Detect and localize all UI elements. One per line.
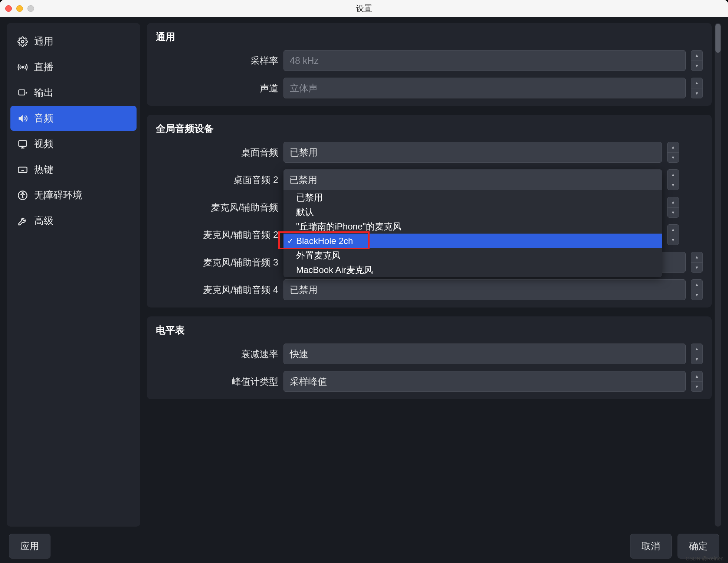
chevron-up-icon: ▲ [691,78,702,88]
chevron-down-icon: ▼ [691,263,702,273]
sidebar-item-label: 热键 [34,163,53,176]
chevron-up-icon: ▲ [691,371,702,382]
chevron-up-icon: ▲ [691,51,702,61]
titlebar: 设置 [0,0,728,17]
label-mic-aux-4: 麦克风/辅助音频 4 [156,284,278,296]
svg-point-6 [22,192,23,194]
monitor-icon [17,139,28,150]
panel-title-meters: 电平表 [156,324,703,337]
select-decay-rate[interactable]: 快速 [283,344,686,364]
label-mic-aux-2: 麦克风/辅助音频 2 [156,229,278,241]
sidebar-item-audio[interactable]: 音频 [10,106,137,131]
panel-devices: 全局音频设备 桌面音频 已禁用 ▲▼ 桌面音频 2 [147,115,712,307]
check-icon: ✓ [287,237,294,245]
maximize-button[interactable] [27,5,34,12]
stepper-mic-aux-3[interactable]: ▲▼ [691,252,703,273]
select-desktop-audio[interactable]: 已禁用 [283,142,662,163]
output-icon [17,87,28,98]
dropdown-item[interactable]: 已禁用 [283,190,662,205]
window-controls [5,5,34,12]
audio-icon [17,113,28,124]
chevron-down-icon: ▼ [691,382,702,392]
chevron-down-icon: ▼ [691,61,702,71]
select-channels[interactable]: 立体声 [283,78,686,98]
svg-rect-2 [19,90,25,95]
panel-general: 通用 采样率 48 kHz ▲▼ 声道 立体声 ▲▼ [147,23,712,106]
antenna-icon [17,62,28,73]
stepper-mic-aux-2[interactable]: ▲▼ [667,224,679,245]
svg-rect-4 [18,167,27,172]
stepper-mic-aux-4[interactable]: ▲▼ [691,279,703,300]
cancel-button[interactable]: 取消 [630,534,672,559]
sidebar-item-output[interactable]: 输出 [10,80,137,105]
chevron-down-icon: ▼ [668,208,679,218]
sidebar-item-general[interactable]: 通用 [10,29,137,54]
select-peak-type[interactable]: 采样峰值 [283,371,686,392]
panel-title-general: 通用 [156,30,703,43]
dropdown-item[interactable]: MacBook Air麦克风 [283,263,662,277]
svg-rect-3 [19,140,27,146]
label-decay-rate: 衰减速率 [156,348,278,360]
label-sample-rate: 采样率 [156,55,278,67]
scrollbar-thumb[interactable] [715,24,721,53]
dropdown-desktop-audio-2[interactable]: 已禁用 已禁用 默认 "丘瑞南的iPhone"的麦克风 ✓ BlackHole … [283,169,662,277]
label-mic-aux: 麦克风/辅助音频 [156,201,278,214]
sidebar-item-advanced[interactable]: 高级 [10,208,137,233]
dropdown-header[interactable]: 已禁用 [283,169,662,190]
tools-icon [17,215,28,227]
panel-meters: 电平表 衰减速率 快速 ▲▼ 峰值计类型 采样峰值 ▲▼ [147,316,712,399]
sidebar-item-accessibility[interactable]: 无障碍环境 [10,183,137,208]
gear-icon [17,36,28,47]
stepper-desktop-audio-2[interactable]: ▲▼ [667,169,679,190]
stepper-desktop-audio[interactable]: ▲▼ [667,142,679,163]
close-button[interactable] [5,5,12,12]
sidebar-item-label: 无障碍环境 [34,189,82,202]
chevron-down-icon: ▼ [691,354,702,364]
dropdown-item[interactable]: "丘瑞南的iPhone"的麦克风 [283,219,662,234]
select-sample-rate[interactable]: 48 kHz [283,50,686,71]
footer: 应用 取消 确定 [7,527,721,559]
window-title: 设置 [0,3,728,14]
apply-button[interactable]: 应用 [9,534,50,559]
stepper-sample-rate[interactable]: ▲▼ [691,50,703,71]
chevron-down-icon: ▼ [691,88,702,98]
chevron-up-icon: ▲ [668,225,679,235]
accessibility-icon [17,190,28,201]
sidebar-item-video[interactable]: 视频 [10,131,137,156]
sidebar-item-label: 通用 [34,35,53,48]
ok-button[interactable]: 确定 [678,534,719,559]
content: 通用 采样率 48 kHz ▲▼ 声道 立体声 ▲▼ [147,23,712,527]
minimize-button[interactable] [16,5,23,12]
dropdown-item[interactable]: 默认 [283,205,662,219]
sidebar-item-label: 视频 [34,137,53,150]
stepper-peak-type[interactable]: ▲▼ [691,371,703,392]
scrollbar[interactable] [715,23,721,527]
chevron-down-icon: ▼ [668,153,679,163]
dropdown-item[interactable]: 外置麦克风 [283,248,662,263]
chevron-up-icon: ▲ [668,170,679,180]
select-mic-aux-4[interactable]: 已禁用 [283,279,686,300]
watermark: CSDN @Reinen [686,556,724,562]
sidebar-item-label: 高级 [34,214,53,227]
sidebar-item-hotkeys[interactable]: 热键 [10,157,137,182]
label-channels: 声道 [156,82,278,94]
stepper-decay-rate[interactable]: ▲▼ [691,344,703,364]
label-mic-aux-3: 麦克风/辅助音频 3 [156,256,278,269]
keyboard-icon [17,164,28,175]
sidebar-item-label: 直播 [34,61,53,74]
dropdown-item-selected[interactable]: ✓ BlackHole 2ch [283,234,662,248]
chevron-up-icon: ▲ [668,142,679,153]
chevron-down-icon: ▼ [668,235,679,245]
svg-point-0 [22,40,24,43]
chevron-up-icon: ▲ [691,280,702,290]
stepper-mic-aux[interactable]: ▲▼ [667,197,679,218]
panel-title-devices: 全局音频设备 [156,122,703,135]
label-peak-type: 峰值计类型 [156,375,278,388]
chevron-up-icon: ▲ [691,344,702,354]
label-desktop-audio-2: 桌面音频 2 [156,174,278,186]
chevron-down-icon: ▼ [691,290,702,300]
svg-point-1 [22,66,24,68]
sidebar-item-label: 音频 [34,112,53,125]
sidebar-item-stream[interactable]: 直播 [10,55,137,79]
stepper-channels[interactable]: ▲▼ [691,78,703,98]
